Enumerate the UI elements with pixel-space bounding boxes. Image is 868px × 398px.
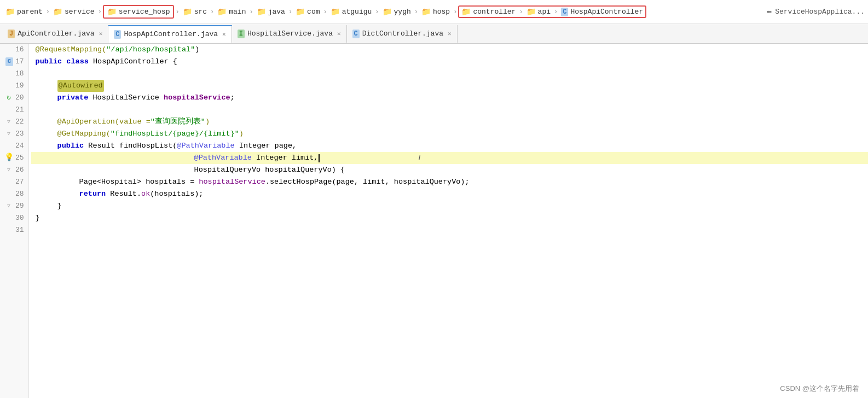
tab-api-controller[interactable]: J ApiController.java ✕ <box>2 25 108 43</box>
tab-close-hospital-service[interactable]: ✕ <box>337 30 341 37</box>
code-token: Result findHospList( <box>84 140 177 152</box>
fold-icon-23[interactable]: ▽ <box>4 130 13 138</box>
breadcrumb-label-service: service <box>65 8 95 16</box>
code-line-29: } <box>31 200 868 212</box>
breadcrumb-sep: › <box>375 8 379 16</box>
code-token: @ApiOperation(value = <box>57 116 151 128</box>
class-icon: C <box>561 8 568 16</box>
code-token <box>62 56 66 68</box>
code-line-31 <box>31 224 868 236</box>
breadcrumb-label-atguigu: atguigu <box>342 8 372 16</box>
tab-hospital-service[interactable]: I HospitalService.java ✕ <box>232 25 347 43</box>
breadcrumb-item-com[interactable]: 📁 com <box>293 7 322 16</box>
line-numbers-gutter: 16 c 17 18 19 ↻ 20 21 ▽ 22 ▽ 23 <box>0 44 29 398</box>
breadcrumb-item-service[interactable]: 📁 service <box>51 7 97 16</box>
tab-hosp-api-controller[interactable]: C HospApiController.java ✕ <box>108 25 232 43</box>
breadcrumb-item-hosp-api-controller[interactable]: C HospApiController <box>561 8 643 16</box>
code-token: } <box>36 212 40 224</box>
breadcrumb-sep: › <box>554 8 558 16</box>
java-file-icon: J <box>8 30 15 38</box>
breadcrumb-item-atguigu[interactable]: 📁 atguigu <box>328 7 374 16</box>
line-num-20: ↻ 20 <box>4 92 24 104</box>
code-token: @RequestMapping( <box>36 44 107 56</box>
breadcrumb-sep: › <box>453 8 457 16</box>
breadcrumb-item-controller[interactable]: 📁 controller <box>461 7 516 16</box>
line-number-text: 27 <box>15 176 24 188</box>
gutter-space <box>4 214 13 223</box>
line-num-30: 30 <box>4 212 24 224</box>
line-number-text: 25 <box>15 152 24 163</box>
code-line-22: @ApiOperation(value = "查询医院列表" ) <box>31 116 868 128</box>
folder-icon: 📁 <box>217 7 227 16</box>
navigation-back-icon[interactable]: ⬅ <box>767 7 772 17</box>
lightbulb-icon[interactable]: 💡 <box>4 154 13 162</box>
service-app-label: ServiceHospApplica... <box>775 8 865 16</box>
line-number-text: 24 <box>15 140 24 151</box>
fold-icon-29[interactable]: ▽ <box>4 202 13 210</box>
tab-dict-controller[interactable]: C DictController.java ✕ <box>347 25 458 43</box>
tab-label-hosp-api-controller: HospApiController.java <box>124 30 218 38</box>
code-content[interactable]: @RequestMapping("/api/hosp/hospital") pu… <box>29 44 868 398</box>
breadcrumb-selected-group[interactable]: 📁 controller › 📁 api › C HospApiControll… <box>458 5 646 18</box>
tab-close-api-controller[interactable]: ✕ <box>99 30 103 37</box>
code-token: return <box>79 188 106 200</box>
code-token: @GetMapping( <box>57 128 111 140</box>
gutter-space <box>4 226 13 235</box>
gutter-space <box>4 106 13 114</box>
breadcrumb-item-yygh[interactable]: 📁 yygh <box>380 7 413 16</box>
folder-icon: 📁 <box>183 7 192 16</box>
tab-label-dict-controller: DictController.java <box>362 30 443 38</box>
breadcrumb-item-parent[interactable]: 📁 parent <box>3 7 45 16</box>
line-num-31: 31 <box>4 224 24 236</box>
line-number-text: 19 <box>15 80 24 91</box>
tab-close-hosp-api-controller[interactable]: ✕ <box>222 31 226 38</box>
breadcrumb-label-yygh: yygh <box>394 8 411 16</box>
breadcrumb-item-main[interactable]: 📁 main <box>215 7 248 16</box>
breadcrumb-item-api[interactable]: 📁 api <box>526 7 551 16</box>
gutter-space <box>4 45 13 54</box>
code-line-26: HospitalQueryVo hospitalQueryVo) { <box>31 164 868 176</box>
code-token: public <box>36 56 62 68</box>
breadcrumb-label-main: main <box>229 8 246 16</box>
class-file-icon: C <box>352 30 360 38</box>
code-token: private <box>57 92 89 104</box>
breadcrumb-label-java: java <box>268 8 285 16</box>
breadcrumb-item-java[interactable]: 📁 java <box>254 7 287 16</box>
code-token: HospApiController { <box>89 56 177 68</box>
code-line-28: return Result.ok(hospitals); <box>31 188 868 200</box>
fold-icon-22[interactable]: ▽ <box>4 118 13 126</box>
breadcrumb-label-com: com <box>307 8 320 16</box>
line-num-24: 24 <box>4 140 24 152</box>
line-number-text: 26 <box>15 164 24 175</box>
code-token: class <box>66 56 89 68</box>
breadcrumb-item-hosp[interactable]: 📁 hosp <box>419 7 452 16</box>
breadcrumb-item-service-hosp[interactable]: 📁 service_hosp <box>103 5 175 19</box>
tab-close-dict-controller[interactable]: ✕ <box>448 30 452 37</box>
breadcrumb-sep: › <box>519 8 523 16</box>
line-number-text: 20 <box>15 92 24 103</box>
code-line-23: @GetMapping( "findHospList/{page}/{limit… <box>31 128 868 140</box>
code-editor[interactable]: 16 c 17 18 19 ↻ 20 21 ▽ 22 ▽ 23 <box>0 44 868 398</box>
class-file-icon: C <box>114 30 121 39</box>
code-token: Integer page, <box>235 140 297 152</box>
line-number-text: 21 <box>15 104 24 115</box>
line-number-text: 17 <box>15 56 24 67</box>
line-num-27: 27 <box>4 176 24 188</box>
code-token: " <box>190 44 195 56</box>
folder-icon: 📁 <box>107 7 117 16</box>
gutter-space <box>4 81 13 90</box>
line-num-17: c 17 <box>4 56 24 68</box>
code-line-17: public class HospApiController { <box>31 56 868 68</box>
code-line-16: @RequestMapping("/api/hosp/hospital") <box>31 44 868 56</box>
fold-icon-26[interactable]: ▽ <box>4 166 13 174</box>
breadcrumb-sep: › <box>288 8 292 16</box>
code-token: Page<Hospital> hospitals = <box>79 176 199 188</box>
breadcrumb-item-src[interactable]: 📁 src <box>181 7 209 16</box>
breadcrumb-sep: › <box>414 8 418 16</box>
cursor-position-indicator: I <box>418 152 420 163</box>
code-token: @Autowired <box>57 80 104 92</box>
code-token: hospitalService <box>199 176 265 188</box>
breadcrumb-sep: › <box>98 8 102 16</box>
breadcrumb-label-service-hosp: service_hosp <box>119 8 170 16</box>
code-token: ) <box>205 116 210 128</box>
